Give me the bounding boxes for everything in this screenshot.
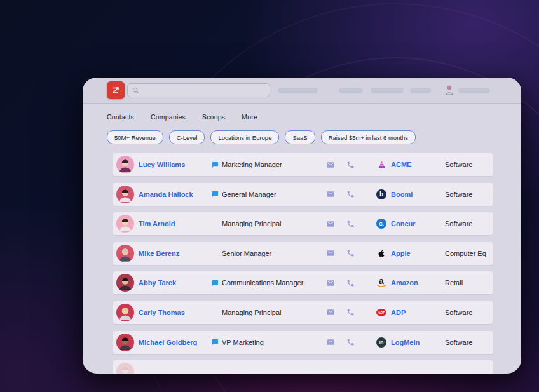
phone-icon[interactable] <box>342 183 376 206</box>
filter-chip-saas[interactable]: SaaS <box>285 130 315 144</box>
contact-name-link[interactable]: Amanda Hallock <box>139 183 212 206</box>
person-icon <box>444 84 454 96</box>
avatar <box>116 363 134 374</box>
speech-bubble-icon <box>212 191 219 198</box>
email-icon[interactable] <box>325 271 342 294</box>
industry: Software <box>445 153 493 176</box>
avatar[interactable] <box>116 156 134 173</box>
speech-bubble-icon <box>212 161 219 168</box>
company-logo-concur-icon: C. <box>376 219 386 229</box>
job-title: Senior Manager <box>222 242 325 265</box>
table-row[interactable]: Mike Berenz Senior Manager Apple Compute… <box>113 242 493 265</box>
email-icon[interactable] <box>325 242 342 265</box>
company-name-link[interactable]: Boomi <box>391 191 413 198</box>
company-name-link[interactable]: Concur <box>391 220 416 227</box>
contact-name-link <box>139 360 212 374</box>
filter-chip-locations[interactable]: Locations in Europe <box>210 130 279 144</box>
phone-icon[interactable] <box>342 301 376 324</box>
nav-placeholder-pill <box>458 88 490 93</box>
job-title <box>222 360 325 374</box>
scoop-indicator <box>212 183 222 206</box>
table-row-partial[interactable] <box>113 360 493 374</box>
nav-placeholder-pill <box>410 88 431 93</box>
company-name-link[interactable]: Apple <box>391 250 411 257</box>
avatar[interactable] <box>116 334 134 351</box>
industry: Software <box>445 301 493 324</box>
email-icon[interactable] <box>325 153 342 176</box>
company-name-link[interactable]: ACME <box>391 161 411 168</box>
company-logo-acme-icon <box>376 159 386 170</box>
company-name-link[interactable]: Amazon <box>391 279 418 287</box>
avatar[interactable] <box>116 274 134 292</box>
job-title: VP Marketing <box>222 331 325 354</box>
email-icon[interactable] <box>325 331 342 354</box>
email-icon[interactable] <box>325 183 342 206</box>
email-icon[interactable] <box>325 212 342 235</box>
app-window: Contacts Companies Scoops More 50M+ Reve… <box>83 78 521 374</box>
phone-icon[interactable] <box>342 212 376 235</box>
filter-chip-c-level[interactable]: C-Level <box>169 130 205 144</box>
tab-contacts[interactable]: Contacts <box>107 113 134 121</box>
table-row[interactable]: Tim Arnold Managing Principal C. Concur … <box>113 212 493 235</box>
scoop-indicator <box>212 301 222 324</box>
nav-placeholder-pill <box>339 88 363 93</box>
avatar[interactable] <box>116 245 134 262</box>
company-logo-boomi-icon: b <box>376 189 386 199</box>
contact-name-link[interactable]: Abby Tarek <box>139 271 212 294</box>
tab-scoops[interactable]: Scoops <box>202 113 225 121</box>
table-row[interactable]: Amanda Hallock General Manager b Boomi S… <box>113 183 493 206</box>
job-title: Managing Principal <box>222 212 325 235</box>
scoop-indicator <box>212 271 222 294</box>
job-title: General Manager <box>222 183 325 206</box>
contact-name-link[interactable]: Carly Thomas <box>139 301 212 324</box>
phone-icon[interactable] <box>342 271 376 294</box>
job-title: Managing Principal <box>222 301 325 324</box>
nav-placeholder-pill <box>371 88 404 93</box>
contact-name-link[interactable]: Michael Goldberg <box>139 331 212 354</box>
email-icon[interactable] <box>325 301 342 324</box>
contact-name-link[interactable]: Lucy Williams <box>139 153 212 176</box>
contacts-table: Lucy Williams Marketing Manager ACME Sof… <box>113 153 493 374</box>
filter-chip-raised[interactable]: Raised $5m+ in last 6 months <box>321 130 416 144</box>
company-logo-amazon-icon: a <box>376 278 386 288</box>
company-name-link[interactable]: LogMeIn <box>391 339 420 346</box>
industry: Software <box>445 212 493 235</box>
avatar[interactable] <box>116 304 134 321</box>
filter-chip-revenue[interactable]: 50M+ Revenue <box>107 130 163 144</box>
phone-icon[interactable] <box>342 153 376 176</box>
table-row[interactable]: Michael Goldberg VP Marketing in LogMeIn… <box>113 331 493 354</box>
avatar[interactable] <box>116 186 134 203</box>
avatar[interactable] <box>116 215 134 233</box>
phone-icon[interactable] <box>342 331 376 354</box>
tab-more[interactable]: More <box>242 113 257 121</box>
company-logo-adp-icon: ADP <box>376 308 386 318</box>
industry: Computer Eq <box>445 242 493 265</box>
table-row[interactable]: Abby Tarek Communications Manager a Amaz… <box>113 271 493 294</box>
company-name-link[interactable]: ADP <box>391 309 406 316</box>
nav-placeholder-pill <box>278 88 318 93</box>
tab-companies[interactable]: Companies <box>151 113 186 121</box>
search-bar[interactable] <box>127 83 270 97</box>
scoop-indicator <box>212 212 222 235</box>
contact-name-link[interactable]: Tim Arnold <box>139 212 212 235</box>
app-header <box>83 78 521 104</box>
table-row[interactable]: Carly Thomas Managing Principal ADP ADP … <box>113 301 493 324</box>
industry: Software <box>445 331 493 354</box>
search-input[interactable] <box>143 86 265 95</box>
phone-icon[interactable] <box>342 242 376 265</box>
speech-bubble-icon <box>212 339 219 346</box>
contact-name-link[interactable]: Mike Berenz <box>139 242 212 265</box>
job-title: Marketing Manager <box>222 153 325 176</box>
main-tabs: Contacts Companies Scoops More <box>107 113 257 121</box>
filter-chips: 50M+ Revenue C-Level Locations in Europe… <box>107 130 416 144</box>
zoominfo-logo-icon[interactable] <box>107 81 125 99</box>
company-logo-apple-icon <box>376 248 386 259</box>
scoop-indicator <box>212 242 222 265</box>
table-row[interactable]: Lucy Williams Marketing Manager ACME Sof… <box>113 153 493 176</box>
scoop-indicator <box>212 331 222 354</box>
speech-bubble-icon <box>212 280 219 287</box>
industry: Retail <box>445 271 493 294</box>
scoop-indicator <box>212 153 222 176</box>
company-logo-logmein-icon: in <box>376 337 386 348</box>
industry <box>445 360 493 374</box>
